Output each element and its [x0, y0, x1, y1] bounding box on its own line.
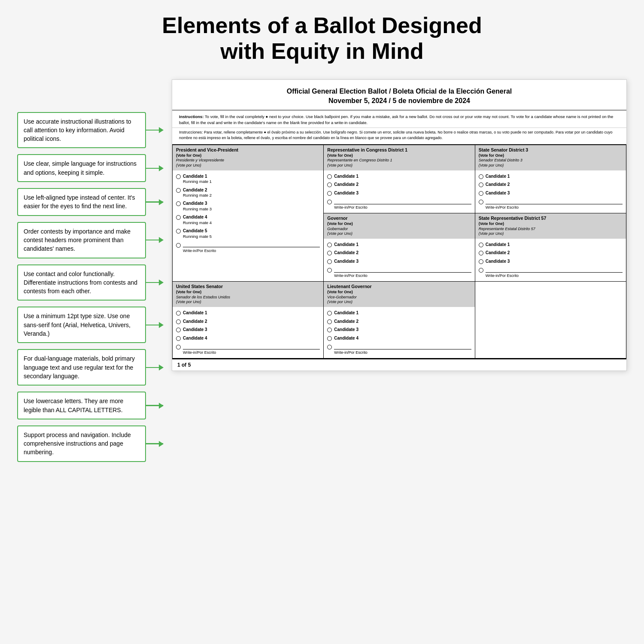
contest-congress1: Representative in Congress District 1 (V… — [324, 145, 475, 213]
annotation-1: Use accurate instructional illustrations… — [17, 112, 163, 149]
annotation-8: Use lowercase letters. They are more leg… — [17, 392, 163, 419]
oval-2[interactable] — [176, 188, 181, 193]
table-row: Candidate 3 — [176, 325, 320, 334]
table-row: Candidate 2 — [479, 180, 623, 189]
table-row: Candidate 1 — [327, 309, 471, 317]
table-row: Candidate 2 — [176, 317, 320, 326]
table-row: Candidate 2 — [327, 249, 471, 257]
contest-us-senator: United States Senator (Vote for One) Sen… — [173, 282, 324, 358]
contest-rep57-header: State Representative District 57 (Vote f… — [475, 213, 626, 239]
rep57-candidates: Candidate 1 Candidate 2 Candidate 3 W — [475, 239, 626, 282]
write-in-label: Write-in/Por Escrito — [479, 273, 623, 279]
annotation-9: Support process and navigation. Include … — [17, 425, 163, 462]
annotation-3: Use left-aligned type instead of center.… — [17, 188, 163, 216]
annotation-box-3: Use left-aligned type instead of center.… — [17, 188, 146, 216]
contest-ussenator-header: United States Senator (Vote for One) Sen… — [173, 282, 323, 307]
ann-arrow-8 — [146, 405, 163, 406]
write-in-label: Write-in/Por Escrito — [327, 350, 471, 356]
ballot-date: November 5, 2024 / 5 de noviembre de 202… — [181, 96, 618, 106]
contest-senator3: State Senator District 3 (Vote for One) … — [475, 145, 626, 213]
contest-governor: Governor (Vote for One) Gobernador (Vote… — [324, 213, 475, 282]
ann-arrow-3 — [146, 201, 163, 203]
table-row: Candidate 3 Running mate 3 — [176, 199, 320, 213]
oval-1[interactable] — [176, 174, 181, 179]
annotations-panel: Use accurate instructional illustrations… — [17, 79, 163, 468]
table-row: Candidate 2 — [327, 317, 471, 326]
contest-governor-header: Governor (Vote for One) Gobernador (Vote… — [324, 213, 474, 239]
table-row: Candidate 5 Running mate 5 — [176, 227, 320, 240]
table-row: Candidate 3 — [327, 325, 471, 334]
congress1-candidates: Candidate 1 Candidate 2 Candidate 3 W — [324, 170, 474, 213]
table-row: Candidate 1 — [479, 172, 623, 181]
table-row: Candidate 1 Running mate 1 — [176, 172, 320, 186]
ballot-header: Official General Election Ballot / Bolet… — [172, 80, 626, 111]
annotation-5: Use contact and color functionally. Diff… — [17, 264, 163, 301]
table-row: Candidate 1 — [479, 240, 623, 249]
table-row: Candidate 1 — [176, 309, 320, 317]
annotation-4: Order contests by importance and make co… — [17, 222, 163, 258]
annotation-box-7: For dual-language materials, bold primar… — [17, 349, 146, 386]
annotation-box-2: Use clear, simple language for instructi… — [17, 154, 146, 182]
annotation-box-9: Support process and navigation. Include … — [17, 425, 146, 462]
ballot-instructions-es: Instrucciones: Para votar, rellene compl… — [172, 128, 626, 145]
annotation-box-8: Use lowercase letters. They are more leg… — [17, 392, 146, 419]
table-row: Candidate 3 — [327, 189, 471, 197]
ann-arrow-9 — [146, 443, 163, 444]
annotation-2: Use clear, simple language for instructi… — [17, 154, 163, 182]
ann-arrow-1 — [146, 130, 163, 131]
main-layout: Use accurate instructional illustrations… — [17, 79, 627, 468]
oval-4[interactable] — [176, 215, 181, 220]
table-row: Candidate 1 — [327, 172, 471, 181]
table-row: Candidate 4 — [327, 334, 471, 343]
ltgov-candidates: Candidate 1 Candidate 2 Candidate 3 Cand… — [324, 307, 474, 358]
write-in-rep57 — [479, 265, 623, 273]
ann-arrow-7 — [146, 367, 163, 368]
write-in-label: Write-in/Por Escrito — [176, 350, 320, 356]
governor-candidates: Candidate 1 Candidate 2 Candidate 3 W — [324, 239, 474, 282]
annotation-box-1: Use accurate instructional illustrations… — [17, 112, 146, 149]
annotation-7: For dual-language materials, bold primar… — [17, 349, 163, 386]
annotation-box-5: Use contact and color functionally. Diff… — [17, 264, 146, 301]
ussenator-candidates: Candidate 1 Candidate 2 Candidate 3 Cand… — [173, 307, 323, 358]
ballot-grid: President and Vice-President (Vote for O… — [172, 145, 626, 358]
contest-senator-header: State Senator District 3 (Vote for One) … — [475, 145, 626, 170]
table-row: Candidate 2 — [327, 180, 471, 189]
annotation-box-4: Order contests by importance and make co… — [17, 222, 146, 258]
contest-lt-governor: Lieutenant Governor (Vote for One) Vice-… — [324, 282, 475, 358]
write-in-ltgov — [327, 342, 471, 350]
write-in-congress1 — [327, 197, 471, 205]
page-title: Elements of a Ballot Designed with Equit… — [162, 13, 482, 64]
oval-write-in[interactable] — [176, 243, 181, 248]
table-row: Candidate 2 — [479, 249, 623, 257]
ann-arrow-2 — [146, 168, 163, 169]
ballot-title: Official General Election Ballot / Bolet… — [181, 87, 618, 96]
ann-arrow-5 — [146, 282, 163, 283]
write-in-ussenator — [176, 342, 320, 350]
table-row: Candidate 3 — [479, 257, 623, 266]
ann-arrow-6 — [146, 325, 163, 326]
table-row: Candidate 3 — [479, 189, 623, 197]
contest-rep57: State Representative District 57 (Vote f… — [475, 213, 626, 282]
empty-cell — [475, 282, 626, 358]
table-row: Candidate 1 — [327, 240, 471, 249]
write-in-label: Write-in/Por Escrito — [327, 205, 471, 211]
oval-5[interactable] — [176, 229, 181, 234]
write-in-senator3 — [479, 197, 623, 205]
president-candidates: Candidate 1 Running mate 1 Candidate 2 R… — [173, 170, 323, 256]
oval-3[interactable] — [176, 201, 181, 206]
contest-president: President and Vice-President (Vote for O… — [173, 145, 324, 282]
table-row: Candidate 4 — [176, 334, 320, 343]
write-in-label: Write-in/Por Escrito — [479, 205, 623, 211]
contest-president-header: President and Vice-President (Vote for O… — [173, 145, 323, 170]
ballot-instructions-en: Instructions: To vote, fill in the oval … — [172, 110, 626, 128]
write-in-label: Write-in/Por Escrito — [327, 273, 471, 279]
senator3-candidates: Candidate 1 Candidate 2 Candidate 3 W — [475, 170, 626, 213]
annotation-box-6: Use a minimum 12pt type size. Use one sa… — [17, 307, 146, 343]
annotation-6: Use a minimum 12pt type size. Use one sa… — [17, 307, 163, 343]
write-in-label: Write-in/Por Escrito — [176, 249, 320, 255]
table-row: Candidate 3 — [327, 257, 471, 266]
contest-ltgov-header: Lieutenant Governor (Vote for One) Vice-… — [324, 282, 474, 307]
ballot: Official General Election Ballot / Bolet… — [172, 79, 627, 371]
table-row: Candidate 2 Running mate 2 — [176, 186, 320, 200]
write-in-president — [176, 240, 320, 249]
